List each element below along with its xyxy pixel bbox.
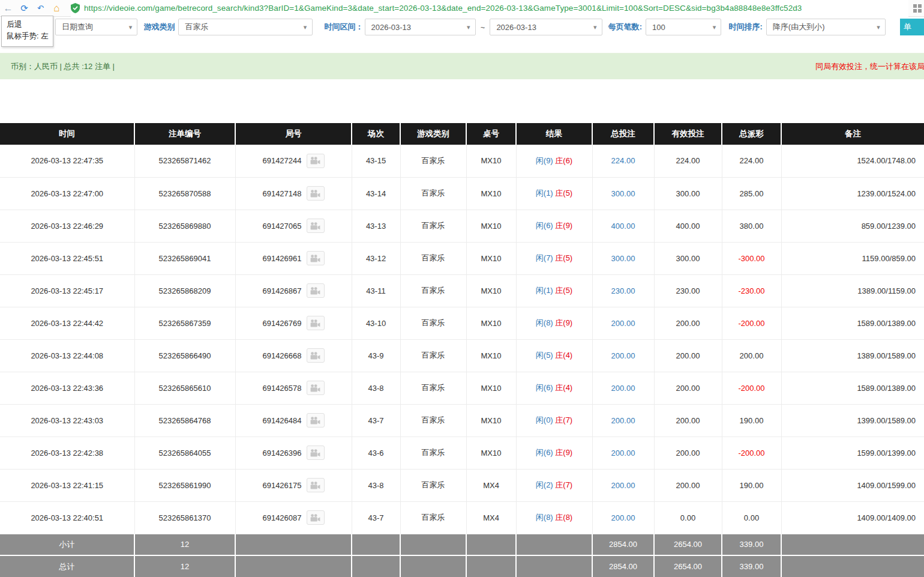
bet-record-table: 时间 注单编号 局号 场次 游戏类别 桌号 结果 总投注 有效投注 总派彩 备注… <box>0 123 924 577</box>
cell-result: 闲(0) 庄(7) <box>516 404 592 437</box>
cell-total-bet[interactable]: 230.00 <box>592 274 654 307</box>
cell-time: 2026-03-13 22:43:03 <box>0 404 134 437</box>
video-icon[interactable] <box>307 219 325 233</box>
cell-total-bet[interactable]: 200.00 <box>592 307 654 339</box>
home-icon[interactable]: ⌂ <box>49 0 65 17</box>
game-category-select[interactable]: 百家乐 ▾ <box>178 19 312 35</box>
cell-total-bet[interactable]: 200.00 <box>592 404 654 437</box>
summary-left-text: 币别：人民币 | 总共 :12 注单 | <box>11 61 115 72</box>
total-row: 总计 12 2854.00 2654.00 339.00 <box>0 555 924 577</box>
reload-icon[interactable]: ⟳ <box>16 0 32 17</box>
back-icon[interactable]: ← <box>0 0 16 17</box>
undo-icon[interactable]: ↶ <box>32 0 49 17</box>
cell-bet-id: 523265870588 <box>134 177 235 210</box>
cell-total-bet[interactable]: 200.00 <box>592 437 654 469</box>
result-banker: 庄(4) <box>555 351 572 360</box>
video-icon[interactable] <box>307 283 325 298</box>
video-icon[interactable] <box>307 348 325 363</box>
round-number: 691426668 <box>262 351 301 360</box>
video-icon[interactable] <box>307 478 325 492</box>
total-bet-link[interactable]: 200.00 <box>611 513 635 522</box>
cell-round: 691426668 <box>235 339 352 372</box>
result-banker: 庄(7) <box>555 415 572 424</box>
cell-round: 691427244 <box>235 145 352 177</box>
video-icon[interactable] <box>307 316 325 330</box>
date-query-select[interactable]: 日期查询 ▾ <box>55 19 137 35</box>
sort-select[interactable]: 降序(由大到小) ▾ <box>766 19 886 35</box>
tooltip-subtitle: 鼠标手势: 左 <box>7 31 48 42</box>
cell-total-bet[interactable]: 200.00 <box>592 339 654 372</box>
cell-round: 691426175 <box>235 469 352 501</box>
cell-total-bet[interactable]: 200.00 <box>592 501 654 534</box>
result-player: 闲(1) <box>536 286 553 295</box>
cell-session: 43-10 <box>352 307 400 339</box>
cell-session: 43-7 <box>352 501 400 534</box>
cell-game: 百家乐 <box>400 372 466 404</box>
header-bet-id: 注单编号 <box>134 123 235 145</box>
table-row: 2026-03-13 22:44:42523265867359691426769… <box>0 307 924 339</box>
round-number: 691427148 <box>262 189 301 198</box>
result-banker: 庄(4) <box>555 383 572 392</box>
shield-icon <box>71 3 80 13</box>
cell-time: 2026-03-13 22:45:17 <box>0 274 134 307</box>
total-bet-link[interactable]: 224.00 <box>611 156 635 165</box>
total-bet-link[interactable]: 200.00 <box>611 384 635 393</box>
table-row: 2026-03-13 22:45:17523265868209691426867… <box>0 274 924 307</box>
cell-result: 闲(1) 庄(5) <box>516 274 592 307</box>
video-icon[interactable] <box>307 413 325 427</box>
video-icon[interactable] <box>307 154 325 168</box>
cell-result: 闲(5) 庄(4) <box>516 339 592 372</box>
cell-payout: -200.00 <box>722 437 781 469</box>
video-icon[interactable] <box>307 510 325 525</box>
total-bet-link[interactable]: 300.00 <box>611 254 635 263</box>
cell-table: MX10 <box>466 372 516 404</box>
address-bar[interactable]: https://videoie.com/game/betrecord_searc… <box>71 0 908 17</box>
total-bet-link[interactable]: 230.00 <box>611 286 635 295</box>
cell-session: 43-14 <box>352 177 400 210</box>
per-page-select[interactable]: 100 ▾ <box>646 19 721 35</box>
video-icon[interactable] <box>307 251 325 265</box>
cell-result: 闲(6) 庄(9) <box>516 437 592 469</box>
chevron-down-icon: ▾ <box>299 23 312 31</box>
cell-game: 百家乐 <box>400 210 466 242</box>
search-button[interactable]: 单 <box>900 19 924 35</box>
per-page-label: 每页笔数: <box>608 22 642 32</box>
time-range-label: 时间区间： <box>325 22 364 32</box>
table-row: 2026-03-13 22:46:29523265869880691427065… <box>0 210 924 242</box>
cell-round: 691426484 <box>235 404 352 437</box>
result-player: 闲(8) <box>536 513 553 522</box>
cell-game: 百家乐 <box>400 274 466 307</box>
cell-total-bet[interactable]: 200.00 <box>592 469 654 501</box>
total-bet-link[interactable]: 200.00 <box>611 351 635 360</box>
cell-note: 1409.00/1409.00 <box>781 501 924 534</box>
date-end-select[interactable]: 2026-03-13 ▾ <box>490 19 602 35</box>
cell-table: MX10 <box>466 274 516 307</box>
filter-bar: 日期查询 ▾ 游戏类别 百家乐 ▾ 时间区间： 2026-03-13 ▾ ~ 2… <box>0 17 924 37</box>
cell-bet-id: 523265866490 <box>134 339 235 372</box>
total-bet-link[interactable]: 200.00 <box>611 416 635 425</box>
video-icon[interactable] <box>307 381 325 395</box>
total-bet-link[interactable]: 400.00 <box>611 222 635 231</box>
date-start-select[interactable]: 2026-03-13 ▾ <box>365 19 476 35</box>
apps-grid-icon[interactable] <box>913 4 922 13</box>
video-icon[interactable] <box>307 186 325 201</box>
chevron-down-icon: ▾ <box>872 23 885 31</box>
header-valid-bet: 有效投注 <box>654 123 722 145</box>
cell-total-bet[interactable]: 300.00 <box>592 242 654 274</box>
cell-session: 43-7 <box>352 404 400 437</box>
total-bet-link[interactable]: 200.00 <box>611 449 635 458</box>
cell-total-bet[interactable]: 400.00 <box>592 210 654 242</box>
total-bet-link[interactable]: 300.00 <box>611 189 635 198</box>
url-text: https://videoie.com/game/betrecord_searc… <box>84 4 802 13</box>
total-bet-link[interactable]: 200.00 <box>611 319 635 328</box>
total-bet-link[interactable]: 200.00 <box>611 481 635 490</box>
video-icon[interactable] <box>307 446 325 460</box>
cell-total-bet[interactable]: 300.00 <box>592 177 654 210</box>
result-player: 闲(6) <box>536 448 553 457</box>
result-player: 闲(5) <box>536 351 553 360</box>
cell-payout: -200.00 <box>722 372 781 404</box>
cell-time: 2026-03-13 22:42:38 <box>0 437 134 469</box>
cell-total-bet[interactable]: 224.00 <box>592 145 654 177</box>
cell-note: 1239.00/1524.00 <box>781 177 924 210</box>
cell-total-bet[interactable]: 200.00 <box>592 372 654 404</box>
